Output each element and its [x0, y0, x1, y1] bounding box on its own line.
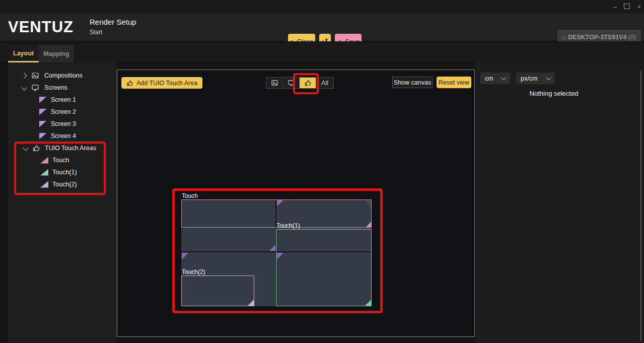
panel-scrollbar[interactable] [640, 71, 641, 341]
tree-item-compositions[interactable]: Compositions [8, 70, 131, 82]
scale-dropdown[interactable]: px/cm [516, 73, 555, 84]
touch-area-triangle-icon [40, 169, 48, 176]
tree-label: Screen 1 [51, 96, 76, 103]
tree-item-screens[interactable]: Screens [8, 82, 131, 94]
window-maximize-button[interactable] [624, 4, 630, 10]
tree-item-tuio-touch-areas[interactable]: TUIO Touch Areas [8, 142, 132, 154]
touch-area-touch2[interactable]: Touch(2) [181, 276, 254, 306]
filter-compositions-segment[interactable] [266, 78, 283, 88]
tab-layout[interactable]: Layout [8, 45, 39, 62]
touch-area-triangle-icon [40, 157, 48, 164]
scale-dropdown-value: px/cm [521, 75, 537, 82]
add-button-label: Add TUIO Touch Area [136, 80, 197, 87]
touch-icon [32, 144, 41, 153]
tree-label: Screens [44, 84, 67, 91]
window-titlebar: – × [0, 0, 644, 14]
tree-label: TUIO Touch Areas [45, 145, 96, 152]
page-title: Render Setup [90, 18, 136, 26]
chevron-down-icon [502, 75, 507, 80]
layout-tree-sidebar: Compositions Screens Screen 1 Screen 2 S… [8, 62, 117, 343]
unit-dropdown[interactable]: cm [480, 73, 510, 84]
chevron-down-icon [546, 75, 551, 80]
tab-strip: Layout Mapping Previs Scene: (none) Impo… [0, 41, 644, 62]
ventuz-render-setup-window: – × VENTUZ Render Setup Start × Close ↺ … [0, 0, 644, 343]
maximize-icon [624, 4, 630, 9]
chevron-down-icon[interactable] [23, 145, 28, 151]
layout-canvas[interactable]: Add TUIO Touch Area All Show canvas Rese… [117, 70, 475, 337]
screens-icon [31, 83, 40, 92]
ventuz-logo: VENTUZ [8, 18, 74, 36]
filter-touch-areas-segment[interactable] [300, 78, 316, 88]
show-canvas-button[interactable]: Show canvas [392, 77, 433, 88]
tree-label: Touch(2) [52, 181, 77, 188]
tree-label: Screen 4 [51, 132, 76, 140]
tree-label: Touch(1) [52, 169, 77, 176]
chevron-right-icon[interactable] [21, 73, 27, 78]
touch-area-label: Touch [182, 192, 198, 200]
touch-area-triangle-icon [40, 181, 48, 188]
screen-triangle-icon [39, 109, 47, 115]
reset-view-button[interactable]: Reset view [437, 77, 471, 88]
machine-count: (0) [628, 34, 636, 41]
screen-triangle-icon [39, 97, 47, 103]
tree-label: Screen 2 [51, 108, 76, 115]
compositions-icon [271, 79, 278, 87]
window-minimize-button[interactable]: – [613, 4, 617, 10]
visibility-filter-segmented-control: All [266, 77, 334, 89]
tree-label: Screen 3 [51, 120, 76, 127]
screen-triangle-icon [39, 133, 47, 140]
compositions-icon [31, 71, 40, 80]
touch-area-label: Touch(2) [182, 268, 205, 276]
add-tuio-touch-area-button[interactable]: Add TUIO Touch Area [121, 77, 202, 89]
filter-all-segment[interactable]: All [316, 78, 333, 88]
window-close-button[interactable]: × [637, 4, 641, 10]
app-header: VENTUZ Render Setup Start × Close ↺ ✓ Sa… [0, 14, 644, 41]
properties-panel: cm px/cm Nothing selected [476, 62, 644, 343]
tree-label: Compositions [44, 72, 83, 79]
chevron-down-icon[interactable] [21, 85, 27, 90]
touch-icon [304, 79, 312, 87]
page-subtitle: Start [90, 29, 102, 36]
screens-icon [288, 79, 295, 87]
tab-mapping[interactable]: Mapping [39, 45, 74, 62]
screen-triangle-icon [39, 121, 47, 127]
machine-name: DESKTOP-3TS91V4 [568, 34, 626, 41]
tree-label: Touch [52, 157, 69, 164]
home-icon: ⌂ [562, 34, 566, 41]
filter-screens-segment[interactable] [283, 78, 300, 88]
selection-status-text: Nothing selected [476, 90, 632, 97]
touch-icon [126, 80, 133, 87]
touch-area-label: Touch(1) [276, 222, 300, 230]
touch-area-touch1[interactable]: Touch(1) [276, 229, 372, 306]
unit-dropdown-value: cm [485, 75, 493, 82]
